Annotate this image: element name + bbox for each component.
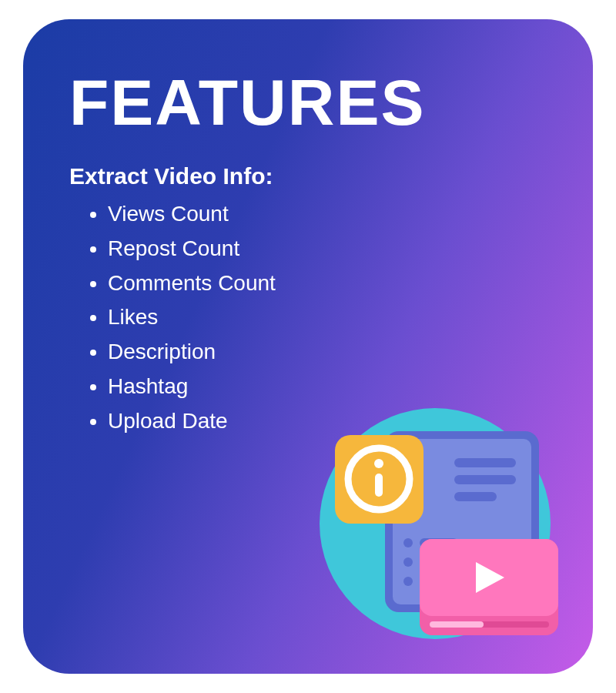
list-item: Views Count [108, 197, 547, 232]
features-card: FEATURES Extract Video Info: Views Count… [23, 19, 593, 674]
card-subtitle: Extract Video Info: [69, 163, 547, 189]
svg-point-10 [403, 577, 413, 586]
list-item: Description [108, 335, 547, 370]
list-item: Repost Count [108, 232, 547, 266]
list-item: Comments Count [108, 266, 547, 301]
video-info-illustration-icon [300, 389, 562, 651]
svg-rect-15 [375, 474, 383, 497]
svg-rect-4 [454, 475, 516, 484]
svg-point-8 [403, 557, 413, 567]
svg-rect-3 [454, 458, 516, 467]
list-item: Likes [108, 300, 547, 335]
svg-point-6 [403, 538, 413, 547]
svg-point-14 [374, 459, 383, 468]
svg-rect-5 [454, 492, 497, 501]
svg-rect-20 [430, 621, 484, 628]
card-title: FEATURES [69, 65, 547, 140]
